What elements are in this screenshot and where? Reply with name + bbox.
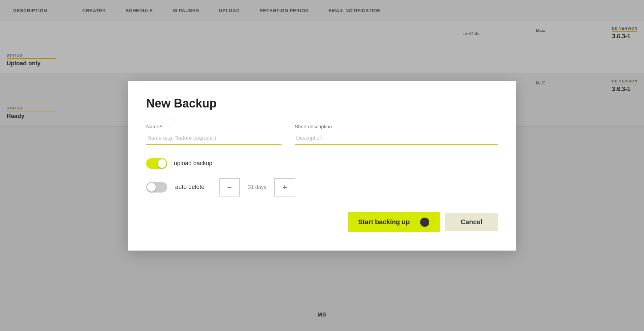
upload-backup-toggle[interactable] — [146, 158, 167, 169]
toggle-knob-auto-delete — [147, 183, 156, 192]
modal-overlay: New Backup Name* Short description uploa… — [0, 0, 644, 331]
stepper-minus-button[interactable]: − — [219, 178, 240, 196]
stepper-value: 31 days — [240, 184, 274, 190]
start-button-dot — [420, 218, 429, 227]
name-input[interactable] — [146, 132, 282, 145]
desc-input[interactable] — [295, 132, 498, 145]
modal-footer: Start backing up Cancel — [146, 212, 498, 232]
auto-delete-label: auto delete — [175, 184, 204, 191]
toggle-knob-upload — [158, 159, 166, 168]
upload-backup-toggle-item: upload backup — [146, 158, 498, 169]
stepper: − 31 days + — [219, 178, 295, 196]
start-button-label: Start backing up — [358, 218, 410, 226]
modal-title: New Backup — [146, 97, 498, 110]
auto-delete-row: auto delete − 31 days + — [146, 178, 498, 196]
required-star: * — [160, 124, 162, 129]
cancel-button[interactable]: Cancel — [445, 213, 498, 231]
stepper-plus-button[interactable]: + — [274, 178, 295, 196]
name-field-group: Name* — [146, 124, 282, 145]
modal-fields: Name* Short description — [146, 124, 498, 145]
auto-delete-toggle[interactable] — [146, 182, 167, 193]
name-label: Name* — [146, 124, 282, 129]
modal: New Backup Name* Short description uploa… — [128, 81, 516, 251]
toggles-row: upload backup auto delete − 31 days + — [146, 158, 498, 196]
desc-label: Short description — [295, 124, 498, 129]
desc-field-group: Short description — [295, 124, 498, 145]
upload-backup-label: upload backup — [174, 160, 212, 167]
start-backing-up-button[interactable]: Start backing up — [348, 212, 440, 232]
